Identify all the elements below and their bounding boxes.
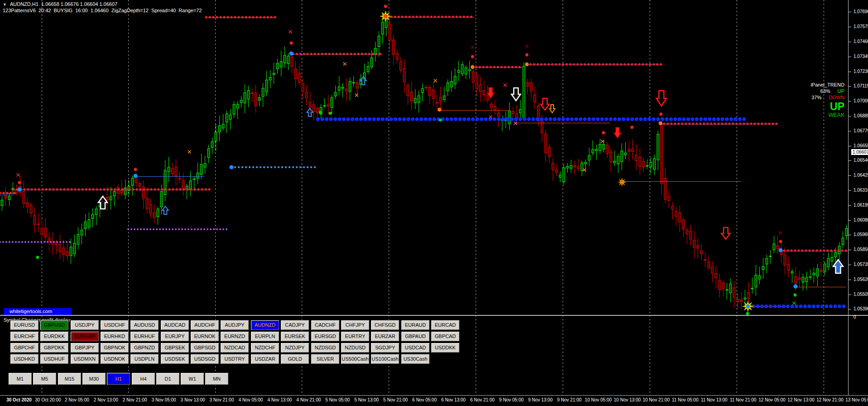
symbol-button-EURSGD[interactable]: EURSGD — [311, 331, 340, 342]
candle-body — [581, 163, 583, 171]
dotted-level-dot — [368, 53, 370, 55]
symbol-button-AUDCAD[interactable]: AUDCAD — [160, 320, 189, 330]
dotted-level-dot — [329, 117, 333, 121]
dotted-level-dot — [260, 166, 261, 168]
symbol-button-USDCHF[interactable]: USDCHF — [100, 320, 129, 330]
symbol-button-EURCAD[interactable]: EURCAD — [431, 320, 460, 330]
timeframe-button-M15[interactable]: M15 — [58, 372, 82, 385]
symbol-button-USDTRY[interactable]: USDTRY — [220, 354, 249, 364]
symbol-button-EURDKK[interactable]: EURDKK — [40, 331, 69, 342]
dotted-level-dot — [117, 188, 120, 190]
symbol-button-CHFJPY[interactable]: CHFJPY — [341, 320, 370, 330]
candle-body — [258, 98, 260, 101]
candle-body — [624, 153, 627, 155]
symbol-button-NZDCHF[interactable]: NZDCHF — [251, 343, 280, 353]
branding-label[interactable]: whitetigertools.com — [4, 308, 72, 315]
dotted-level-dot — [353, 53, 356, 55]
symbol-button-GOLD[interactable]: GOLD — [280, 354, 309, 364]
symbol-button-GBPUSD[interactable]: GBPUSD — [40, 320, 69, 330]
symbol-button-USDJPY[interactable]: USDJPY — [70, 320, 99, 330]
timeframe-button-M5[interactable]: M5 — [33, 372, 57, 385]
symbol-button-US100Cash[interactable]: US100Cash — [371, 354, 400, 364]
timeframe-button-W1[interactable]: W1 — [180, 372, 204, 385]
symbol-button-USDPLN[interactable]: USDPLN — [130, 354, 159, 364]
symbol-button-EURSEK[interactable]: EURSEK — [280, 331, 309, 342]
symbol-button-USDHKD[interactable]: USDHKD — [10, 354, 39, 364]
symbol-button-EURUSD[interactable]: EURUSD — [10, 320, 39, 330]
timeframe-button-M30[interactable]: M30 — [82, 372, 106, 385]
symbol-button-SILVER[interactable]: SILVER — [311, 354, 340, 364]
timeframe-button-M1[interactable]: M1 — [8, 372, 32, 385]
symbol-dropdown-icon[interactable]: ▼ — [3, 2, 7, 7]
symbol-button-CHFSGD[interactable]: CHFSGD — [371, 320, 400, 330]
symbol-button-EURNOK[interactable]: EURNOK — [190, 331, 219, 342]
symbol-button-US500Cash[interactable]: US500Cash — [341, 354, 370, 364]
symbol-button-USDMXN[interactable]: USDMXN — [70, 354, 99, 364]
symbol-button-EURPLN[interactable]: EURPLN — [251, 331, 280, 342]
symbol-button-EURZAR[interactable]: EURZAR — [371, 331, 400, 342]
timeframe-button-H1[interactable]: H1 — [106, 372, 130, 385]
symbol-button-GBPCHF[interactable]: GBPCHF — [10, 343, 39, 353]
symbol-button-SGDJPY[interactable]: SGDJPY — [371, 343, 400, 353]
symbol-button-GBPDKK[interactable]: GBPDKK — [40, 343, 69, 353]
dotted-level-dot — [663, 122, 665, 125]
symbol-button-EURHKD[interactable]: EURHKD — [100, 331, 129, 342]
symbol-button-GBPSGD[interactable]: GBPSGD — [190, 343, 219, 353]
symbol-button-USDNOK[interactable]: USDNOK — [100, 354, 129, 364]
symbol-button-EURNZD[interactable]: EURNZD — [220, 331, 249, 342]
symbol-button-USDSEK[interactable]: USDSEK — [160, 354, 189, 364]
dotted-level-dot — [321, 53, 323, 55]
symbol-button-AUDNZD[interactable]: AUDNZD — [251, 320, 280, 330]
dotted-level-dot — [540, 63, 542, 65]
symbol-button-GBPJPY[interactable]: GBPJPY — [70, 343, 99, 353]
symbol-button-GBPNZD[interactable]: GBPNZD — [130, 343, 159, 353]
time-axis-label: 10 Nov 21:00 — [643, 397, 670, 402]
symbol-button-CADJPY[interactable]: CADJPY — [280, 320, 309, 330]
symbol-button-GBPCAD[interactable]: GBPCAD — [431, 331, 460, 342]
symbol-button-GBPSEK[interactable]: GBPSEK — [160, 343, 189, 353]
dotted-level-dot — [639, 117, 643, 121]
candle-body — [160, 192, 163, 207]
symbol-button-AUDCHF[interactable]: AUDCHF — [190, 320, 219, 330]
dotted-level-dot — [459, 15, 461, 18]
symbol-button-EURHUF[interactable]: EURHUF — [130, 331, 159, 342]
symbol-button-USDHUF[interactable]: USDHUF — [40, 354, 69, 364]
dotted-level-dot — [289, 166, 290, 168]
candle-body — [555, 170, 558, 173]
timeframe-button-D1[interactable]: D1 — [156, 372, 180, 385]
symbol-button-USDDKK[interactable]: USDDKK — [431, 343, 460, 353]
symbol-button-USDZAR[interactable]: USDZAR — [251, 354, 280, 364]
symbol-button-NZDUSD[interactable]: NZDUSD — [341, 343, 370, 353]
symbol-button-NZDSGD[interactable]: NZDSGD — [311, 343, 340, 353]
candle-body — [418, 96, 420, 103]
symbol-button-AUDJPY[interactable]: AUDJPY — [220, 320, 249, 330]
timeframe-button-MN[interactable]: MN — [205, 372, 229, 385]
symbol-button-EURAUD[interactable]: EURAUD — [401, 320, 430, 330]
symbol-button-CADCHF[interactable]: CADCHF — [311, 320, 340, 330]
symbol-button-AUDUSD[interactable]: AUDUSD — [130, 320, 159, 330]
indicator-status-line: 123PatternsV6 20:42 BUYSIG 16:00 1.06460… — [3, 8, 202, 13]
candle-body — [8, 197, 10, 200]
symbol-button-NZDJPY[interactable]: NZDJPY — [280, 343, 309, 353]
symbol-button-GBPAUD[interactable]: GBPAUD — [401, 331, 430, 342]
symbol-button-USDCAD[interactable]: USDCAD — [401, 343, 430, 353]
symbol-button-NZDCAD[interactable]: NZDCAD — [220, 343, 249, 353]
symbol-button-EURCHF[interactable]: EURCHF — [10, 331, 39, 342]
symbol-button-EURTRY[interactable]: EURTRY — [341, 331, 370, 342]
candle-body — [682, 220, 685, 229]
symbol-button-EURGBP[interactable]: EURGBP — [70, 331, 99, 342]
window-separator[interactable] — [0, 315, 868, 316]
dotted-level-dot — [570, 117, 574, 121]
symbol-button-EURJPY[interactable]: EURJPY — [160, 331, 189, 342]
dotted-level-dot — [346, 53, 348, 55]
candle-body — [305, 92, 308, 98]
dotted-level-dot — [121, 188, 123, 190]
dotted-level-dot — [704, 117, 707, 121]
dotted-level-dot — [219, 228, 221, 230]
symbol-button-USDSGD[interactable]: USDSGD — [190, 354, 219, 364]
symbol-button-GBPNOK[interactable]: GBPNOK — [100, 343, 129, 353]
orange-pivot-dot — [659, 121, 662, 125]
timeframe-button-H4[interactable]: H4 — [131, 372, 155, 385]
symbol-button-US30Cash[interactable]: US30Cash — [401, 354, 430, 364]
dotted-level-dot — [172, 228, 174, 230]
